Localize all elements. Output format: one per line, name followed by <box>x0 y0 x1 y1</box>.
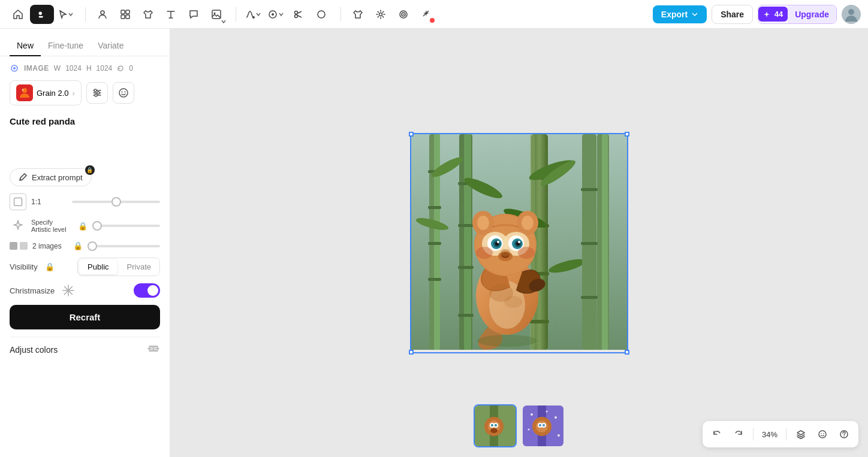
curve-tool-button[interactable] <box>242 4 264 25</box>
prompt-text[interactable]: Cute red panda <box>10 113 160 130</box>
thumbnail-1[interactable] <box>474 404 517 447</box>
chat-tool-button[interactable] <box>183 4 204 25</box>
aspect-ratio-icon <box>10 193 26 210</box>
recraft-logo-icon <box>37 9 47 20</box>
christmasize-label: Christmasize <box>10 286 55 295</box>
svg-rect-59 <box>458 266 474 269</box>
thumbnail-2[interactable] <box>522 404 565 447</box>
tab-new[interactable]: New <box>10 36 41 56</box>
visibility-public-button[interactable]: Public <box>79 259 117 274</box>
images-count-control: 2 images 🔒 <box>10 241 160 250</box>
visibility-private-button[interactable]: Private <box>119 258 159 276</box>
shirt-tool-button[interactable] <box>137 4 159 25</box>
wand-icon <box>421 9 432 20</box>
layers-button[interactable] <box>791 425 810 444</box>
model-smile-button[interactable] <box>113 82 134 104</box>
svg-point-10 <box>252 16 255 19</box>
undo-button[interactable] <box>707 425 727 444</box>
target-icon <box>398 9 409 20</box>
toolbar-sep-3 <box>340 7 341 22</box>
image-label: IMAGE <box>24 64 49 72</box>
svg-point-32 <box>95 94 97 96</box>
handle-tr[interactable] <box>625 132 629 137</box>
artistic-level-line1: Specify <box>31 219 73 226</box>
image-width-label: W <box>54 64 61 72</box>
canvas-image-container[interactable] <box>410 133 628 353</box>
shirt2-button[interactable] <box>347 4 369 25</box>
chevron-down-eraser-icon <box>278 11 284 17</box>
svg-point-105 <box>504 296 522 308</box>
eraser-icon <box>267 9 278 20</box>
svg-point-15 <box>318 11 325 18</box>
bottom-controls-sep-1 <box>753 428 754 440</box>
model-sliders-button[interactable] <box>86 82 108 104</box>
aspect-ratio-thumb[interactable] <box>111 197 121 207</box>
wand-button[interactable] <box>415 4 437 25</box>
model-pill-button[interactable]: Grain 2.0 › <box>10 80 82 105</box>
svg-point-3 <box>101 11 104 14</box>
text-tool-button[interactable] <box>160 4 182 25</box>
upgrade-button[interactable]: Upgrade <box>788 5 836 23</box>
rotation-icon <box>117 65 124 72</box>
select-dropdown-button[interactable] <box>55 4 77 25</box>
image-tool-button[interactable] <box>206 4 227 25</box>
export-button[interactable]: Export <box>653 5 707 23</box>
curve-icon <box>245 9 255 20</box>
circle-tool-button[interactable] <box>311 4 332 25</box>
home-button[interactable] <box>7 4 29 25</box>
svg-point-99 <box>497 241 499 243</box>
thumbnail-2-image <box>523 405 565 447</box>
eraser-tool-button[interactable] <box>265 4 287 25</box>
artistic-level-line2: Artistic level <box>31 226 73 233</box>
redo-button[interactable] <box>729 425 748 444</box>
svg-point-124 <box>531 413 533 416</box>
images-count-slider[interactable] <box>88 245 160 247</box>
user-avatar[interactable] <box>842 5 861 24</box>
handle-tl[interactable] <box>409 132 414 137</box>
layers-icon <box>796 429 806 439</box>
brush-icon <box>19 172 28 182</box>
artistic-level-thumb[interactable] <box>92 221 102 231</box>
images-count-thumb[interactable] <box>88 241 97 251</box>
handle-br[interactable] <box>625 350 629 355</box>
aspect-ratio-slider[interactable] <box>72 201 160 203</box>
artistic-level-lock[interactable]: 🔒 <box>78 222 88 231</box>
chevron-down-icon <box>68 11 74 17</box>
sidebar-tabs: New Fine-tune Variate <box>0 29 170 56</box>
settings-icon <box>375 9 386 20</box>
extract-prompt-button[interactable]: Extract prompt <box>10 168 92 186</box>
credits-count: 44 <box>774 10 783 19</box>
christmasize-toggle[interactable] <box>134 283 160 298</box>
canvas-area[interactable]: 34% <box>170 29 868 457</box>
adjust-colors-row[interactable]: Adjust colors <box>10 337 160 362</box>
people-tool-button[interactable] <box>92 4 113 25</box>
target-button[interactable] <box>393 4 414 25</box>
svg-rect-5 <box>126 10 129 14</box>
thumbnails-bar <box>474 404 565 447</box>
svg-rect-75 <box>581 188 598 191</box>
avatar-image <box>842 5 861 24</box>
wand-notification-dot <box>430 18 435 23</box>
toolbar-sep-1 <box>85 7 86 22</box>
adjust-colors-label: Adjust colors <box>10 345 58 355</box>
settings-tool-button[interactable] <box>370 4 391 25</box>
emoji-button[interactable] <box>813 425 832 444</box>
artistic-level-control: Specify Artistic level 🔒 <box>10 217 160 234</box>
artistic-level-slider[interactable] <box>92 225 160 227</box>
grid-tool-button[interactable] <box>114 4 136 25</box>
help-button[interactable] <box>834 425 854 444</box>
redo-icon <box>734 429 743 439</box>
help-icon <box>839 429 849 439</box>
images-count-lock[interactable]: 🔒 <box>73 241 83 250</box>
tab-fine-tune[interactable]: Fine-tune <box>41 36 91 56</box>
share-button[interactable]: Share <box>712 5 753 24</box>
svg-point-13 <box>295 11 298 14</box>
extract-prompt-lock: 🔒 <box>85 165 95 175</box>
handle-bl[interactable] <box>409 350 414 355</box>
tab-variate[interactable]: Variate <box>91 36 131 56</box>
recraft-button[interactable]: Recraft <box>10 305 160 329</box>
svg-rect-7 <box>126 15 129 19</box>
logo-button[interactable] <box>30 5 54 24</box>
scissors-button[interactable] <box>288 4 309 25</box>
visibility-lock[interactable]: 🔒 <box>45 262 55 271</box>
